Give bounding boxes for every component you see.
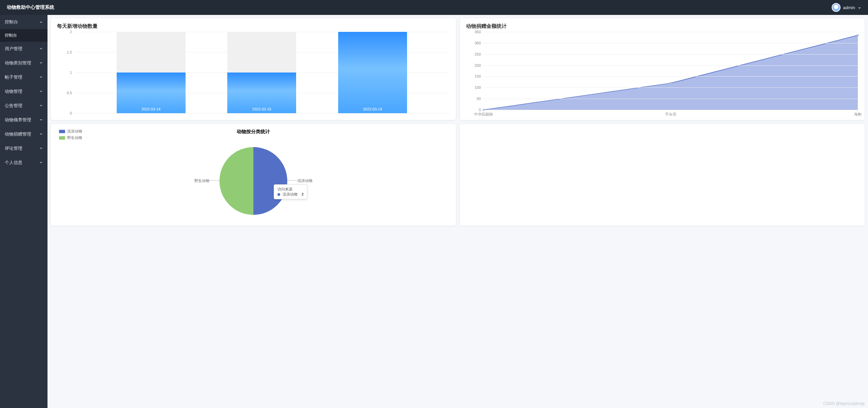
chevron-down-icon — [39, 61, 43, 66]
card-bar-chart: 每天新增动物数量 00.511.522022-03-142022-03-1520… — [51, 18, 456, 120]
sidebar-item-label: 用户管理 — [5, 46, 22, 52]
pie-legend: 流浪动物 野生动物 — [59, 129, 82, 142]
content-area: 每天新增动物数量 00.511.522022-03-142022-03-1520… — [47, 15, 868, 408]
topbar: 动物救助中心管理系统 admin — [0, 0, 868, 15]
sidebar-item-label: 动物管理 — [5, 88, 22, 95]
legend-label: 野生动物 — [67, 135, 82, 140]
area-chart[interactable]: 050100150200250300350中华田园猫平头哥海豹 — [484, 32, 858, 110]
legend-swatch — [59, 130, 65, 133]
axis-tick-label: 350 — [475, 30, 481, 34]
sidebar-item-label: 动物类别管理 — [5, 60, 31, 66]
sidebar: 控制台 控制台 用户管理 动物类别管理 帖子管理 动物管理 公告管理 动物领养管… — [0, 15, 47, 408]
tooltip-title: 访问来源 — [277, 187, 304, 192]
axis-tick-label: 250 — [475, 52, 481, 56]
tooltip-dot-icon — [277, 193, 280, 196]
sidebar-item-donate[interactable]: 动物捐赠管理 — [0, 127, 47, 141]
axis-tick-label: 0 — [479, 108, 481, 112]
pie-title: 动物按分类统计 — [237, 129, 270, 135]
axis-tick-label: 2 — [70, 30, 72, 34]
axis-tick-label: 2022-03-19 — [338, 107, 407, 111]
tooltip-value: 2 — [302, 192, 304, 196]
axis-tick-label: 中华田园猫 — [474, 112, 493, 117]
sidebar-item-animal-category[interactable]: 动物类别管理 — [0, 56, 47, 70]
chevron-down-icon — [39, 132, 43, 137]
card-empty — [460, 124, 865, 226]
legend-label: 流浪动物 — [67, 129, 82, 134]
sidebar-item-label: 控制台 — [5, 33, 17, 38]
data-point[interactable] — [670, 82, 672, 84]
axis-tick-label: 50 — [477, 97, 481, 101]
chevron-down-icon — [39, 75, 43, 80]
chevron-down-icon — [39, 118, 43, 123]
axis-tick-label: 150 — [475, 74, 481, 78]
axis-tick-label: 2022-03-15 — [227, 107, 296, 111]
sidebar-item-animals[interactable]: 动物管理 — [0, 84, 47, 99]
user-menu[interactable]: admin — [832, 3, 861, 12]
axis-tick-label: 0 — [70, 111, 72, 115]
bar[interactable] — [338, 32, 407, 113]
pie-leader-line — [208, 180, 219, 181]
axis-tick-label: 平头哥 — [665, 112, 676, 117]
pie-leader-line — [287, 180, 299, 181]
axis-tick-label: 200 — [475, 63, 481, 67]
chevron-up-icon — [39, 20, 43, 25]
pie-slice-label-left: 野生动物 — [194, 178, 209, 183]
tooltip-series: 流浪动物 — [283, 192, 297, 196]
card-area-chart: 动物捐赠金额统计 050100150200250300350中华田园猫平头哥海豹 — [460, 18, 865, 120]
sidebar-subitem-dashboard[interactable]: 控制台 — [0, 29, 47, 42]
legend-item-wild[interactable]: 野生动物 — [59, 135, 82, 140]
data-point[interactable] — [857, 34, 859, 36]
axis-tick-label: 100 — [475, 85, 481, 89]
chevron-down-icon — [39, 89, 43, 94]
sidebar-item-label: 动物领养管理 — [5, 117, 31, 123]
chevron-down-icon — [858, 6, 861, 9]
chevron-down-icon — [39, 103, 43, 108]
sidebar-item-label: 评论管理 — [5, 145, 22, 151]
data-point[interactable] — [483, 109, 485, 111]
legend-swatch — [59, 136, 65, 140]
sidebar-item-label: 控制台 — [5, 19, 18, 25]
sidebar-item-label: 公告管理 — [5, 103, 22, 109]
sidebar-item-posts[interactable]: 帖子管理 — [0, 70, 47, 84]
bar-chart[interactable]: 00.511.522022-03-142022-03-152022-03-19 — [75, 32, 449, 113]
avatar — [832, 3, 841, 12]
axis-tick-label: 1 — [70, 70, 72, 75]
sidebar-item-users[interactable]: 用户管理 — [0, 42, 47, 56]
card-pie-chart: 流浪动物 野生动物 动物按分类统计 流浪动物 野生动物 访问来源 流浪动物 — [51, 124, 456, 226]
axis-tick-label: 2022-03-14 — [117, 107, 186, 111]
chevron-down-icon — [39, 160, 43, 165]
axis-tick-label: 0.5 — [67, 91, 72, 95]
axis-tick-label: 300 — [475, 41, 481, 45]
sidebar-item-comments[interactable]: 评论管理 — [0, 141, 47, 156]
username: admin — [843, 5, 855, 10]
app-title: 动物救助中心管理系统 — [7, 4, 54, 11]
chevron-down-icon — [39, 146, 43, 151]
sidebar-item-dashboard[interactable]: 控制台 — [0, 15, 47, 29]
pie-slice-label-right: 流浪动物 — [297, 178, 312, 183]
sidebar-item-adopt[interactable]: 动物领养管理 — [0, 113, 47, 127]
pie-tooltip: 访问来源 流浪动物 2 — [274, 184, 307, 199]
sidebar-item-label: 个人信息 — [5, 160, 22, 166]
chevron-down-icon — [39, 46, 43, 52]
watermark: CSDN @biyezuopinvip — [823, 401, 865, 406]
sidebar-item-profile[interactable]: 个人信息 — [0, 156, 47, 170]
card-title: 动物捐赠金额统计 — [466, 23, 859, 29]
sidebar-item-label: 动物捐赠管理 — [5, 131, 31, 137]
axis-tick-label: 海豹 — [854, 112, 862, 117]
card-title: 每天新增动物数量 — [57, 23, 450, 29]
pie-chart[interactable] — [219, 147, 287, 215]
sidebar-item-label: 帖子管理 — [5, 74, 22, 80]
sidebar-item-notice[interactable]: 公告管理 — [0, 99, 47, 113]
legend-item-stray[interactable]: 流浪动物 — [59, 129, 82, 134]
axis-tick-label: 1.5 — [67, 50, 72, 54]
